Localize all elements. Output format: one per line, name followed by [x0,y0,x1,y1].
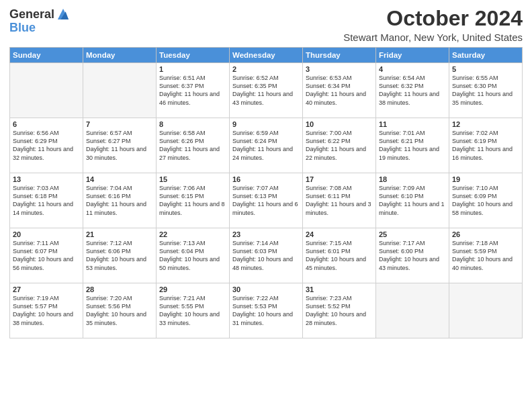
day-info: Sunrise: 7:19 AM Sunset: 5:57 PM Dayligh… [13,294,80,327]
calendar-cell: 23Sunrise: 7:14 AM Sunset: 6:03 PM Dayli… [230,228,303,283]
calendar-week-2: 6Sunrise: 6:56 AM Sunset: 6:29 PM Daylig… [10,118,523,173]
calendar-cell: 22Sunrise: 7:13 AM Sunset: 6:04 PM Dayli… [157,228,230,283]
day-number: 5 [452,65,519,73]
day-number: 8 [159,120,226,128]
location-title: Stewart Manor, New York, United States [343,32,523,43]
calendar-cell: 24Sunrise: 7:15 AM Sunset: 6:01 PM Dayli… [303,228,376,283]
calendar-cell: 5Sunrise: 6:55 AM Sunset: 6:30 PM Daylig… [449,63,523,118]
calendar-cell: 6Sunrise: 6:56 AM Sunset: 6:29 PM Daylig… [10,118,83,173]
calendar-cell: 10Sunrise: 7:00 AM Sunset: 6:22 PM Dayli… [303,118,376,173]
calendar-cell: 13Sunrise: 7:03 AM Sunset: 6:18 PM Dayli… [10,173,83,228]
calendar-cell: 7Sunrise: 6:57 AM Sunset: 6:27 PM Daylig… [83,118,157,173]
day-info: Sunrise: 7:21 AM Sunset: 5:55 PM Dayligh… [159,294,226,327]
calendar-cell: 3Sunrise: 6:53 AM Sunset: 6:34 PM Daylig… [303,63,376,118]
calendar-cell: 8Sunrise: 6:58 AM Sunset: 6:26 PM Daylig… [157,118,230,173]
day-info: Sunrise: 7:13 AM Sunset: 6:04 PM Dayligh… [159,239,226,272]
day-info: Sunrise: 7:17 AM Sunset: 6:00 PM Dayligh… [379,239,446,272]
calendar-cell [10,63,83,118]
day-info: Sunrise: 6:53 AM Sunset: 6:34 PM Dayligh… [306,74,373,107]
day-info: Sunrise: 7:06 AM Sunset: 6:15 PM Dayligh… [159,184,226,217]
day-number: 1 [159,65,226,73]
day-number: 9 [232,120,300,128]
day-info: Sunrise: 7:01 AM Sunset: 6:21 PM Dayligh… [379,129,446,162]
calendar-cell: 19Sunrise: 7:10 AM Sunset: 6:09 PM Dayli… [449,173,523,228]
calendar-cell [449,283,523,338]
logo-blue: Blue [9,21,36,34]
calendar-cell: 4Sunrise: 6:54 AM Sunset: 6:32 PM Daylig… [376,63,449,118]
day-info: Sunrise: 7:07 AM Sunset: 6:13 PM Dayligh… [232,184,300,217]
day-info: Sunrise: 7:04 AM Sunset: 6:16 PM Dayligh… [86,184,153,217]
calendar-cell: 27Sunrise: 7:19 AM Sunset: 5:57 PM Dayli… [10,283,83,338]
day-number: 22 [159,230,226,238]
day-number: 20 [13,230,80,238]
day-info: Sunrise: 7:00 AM Sunset: 6:22 PM Dayligh… [306,129,373,162]
day-info: Sunrise: 7:22 AM Sunset: 5:53 PM Dayligh… [232,294,300,327]
calendar-cell: 17Sunrise: 7:08 AM Sunset: 6:11 PM Dayli… [303,173,376,228]
col-header-saturday: Saturday [449,48,523,63]
day-info: Sunrise: 7:03 AM Sunset: 6:18 PM Dayligh… [13,184,80,217]
logo-general: General [9,8,54,20]
logo-icon [56,7,71,21]
title-block: October 2024 Stewart Manor, New York, Un… [343,7,523,43]
day-number: 26 [452,230,519,238]
day-info: Sunrise: 6:54 AM Sunset: 6:32 PM Dayligh… [379,74,446,107]
day-number: 12 [452,120,519,128]
col-header-sunday: Sunday [10,48,83,63]
calendar-cell: 15Sunrise: 7:06 AM Sunset: 6:15 PM Dayli… [157,173,230,228]
calendar-cell: 2Sunrise: 6:52 AM Sunset: 6:35 PM Daylig… [230,63,303,118]
day-number: 24 [306,230,373,238]
calendar-cell: 29Sunrise: 7:21 AM Sunset: 5:55 PM Dayli… [157,283,230,338]
calendar-cell: 25Sunrise: 7:17 AM Sunset: 6:00 PM Dayli… [376,228,449,283]
calendar-cell: 11Sunrise: 7:01 AM Sunset: 6:21 PM Dayli… [376,118,449,173]
day-number: 19 [452,175,519,183]
day-number: 13 [13,175,80,183]
calendar-week-1: 1Sunrise: 6:51 AM Sunset: 6:37 PM Daylig… [10,63,523,118]
day-number: 30 [232,285,300,293]
calendar-week-3: 13Sunrise: 7:03 AM Sunset: 6:18 PM Dayli… [10,173,523,228]
day-number: 18 [379,175,446,183]
day-info: Sunrise: 7:11 AM Sunset: 6:07 PM Dayligh… [13,239,80,272]
calendar-week-4: 20Sunrise: 7:11 AM Sunset: 6:07 PM Dayli… [10,228,523,283]
day-info: Sunrise: 7:15 AM Sunset: 6:01 PM Dayligh… [306,239,373,272]
day-info: Sunrise: 7:08 AM Sunset: 6:11 PM Dayligh… [306,184,373,217]
day-number: 23 [232,230,300,238]
calendar-cell [83,63,157,118]
day-number: 2 [232,65,300,73]
calendar-table: SundayMondayTuesdayWednesdayThursdayFrid… [9,47,523,338]
col-header-friday: Friday [376,48,449,63]
month-title: October 2024 [343,7,523,30]
day-info: Sunrise: 6:57 AM Sunset: 6:27 PM Dayligh… [86,129,153,162]
calendar-cell: 31Sunrise: 7:23 AM Sunset: 5:52 PM Dayli… [303,283,376,338]
logo: General Blue [9,7,71,34]
day-info: Sunrise: 7:12 AM Sunset: 6:06 PM Dayligh… [86,239,153,272]
day-info: Sunrise: 7:18 AM Sunset: 5:59 PM Dayligh… [452,239,519,272]
day-info: Sunrise: 7:02 AM Sunset: 6:19 PM Dayligh… [452,129,519,162]
calendar-header-row: SundayMondayTuesdayWednesdayThursdayFrid… [10,48,523,63]
calendar-cell: 30Sunrise: 7:22 AM Sunset: 5:53 PM Dayli… [230,283,303,338]
day-number: 14 [86,175,153,183]
calendar-cell: 20Sunrise: 7:11 AM Sunset: 6:07 PM Dayli… [10,228,83,283]
day-number: 29 [159,285,226,293]
calendar-cell: 18Sunrise: 7:09 AM Sunset: 6:10 PM Dayli… [376,173,449,228]
day-number: 6 [13,120,80,128]
day-info: Sunrise: 6:56 AM Sunset: 6:29 PM Dayligh… [13,129,80,162]
day-number: 31 [306,285,373,293]
day-info: Sunrise: 7:23 AM Sunset: 5:52 PM Dayligh… [306,294,373,327]
calendar-week-5: 27Sunrise: 7:19 AM Sunset: 5:57 PM Dayli… [10,283,523,338]
day-info: Sunrise: 6:52 AM Sunset: 6:35 PM Dayligh… [232,74,300,107]
header: General Blue October 2024 Stewart Manor,… [9,7,523,43]
col-header-tuesday: Tuesday [157,48,230,63]
day-info: Sunrise: 6:51 AM Sunset: 6:37 PM Dayligh… [159,74,226,107]
day-number: 27 [13,285,80,293]
day-info: Sunrise: 6:55 AM Sunset: 6:30 PM Dayligh… [452,74,519,107]
day-number: 4 [379,65,446,73]
day-number: 21 [86,230,153,238]
day-info: Sunrise: 6:58 AM Sunset: 6:26 PM Dayligh… [159,129,226,162]
day-number: 17 [306,175,373,183]
day-number: 16 [232,175,300,183]
col-header-wednesday: Wednesday [230,48,303,63]
calendar-cell: 9Sunrise: 6:59 AM Sunset: 6:24 PM Daylig… [230,118,303,173]
day-number: 11 [379,120,446,128]
col-header-monday: Monday [83,48,157,63]
day-number: 25 [379,230,446,238]
